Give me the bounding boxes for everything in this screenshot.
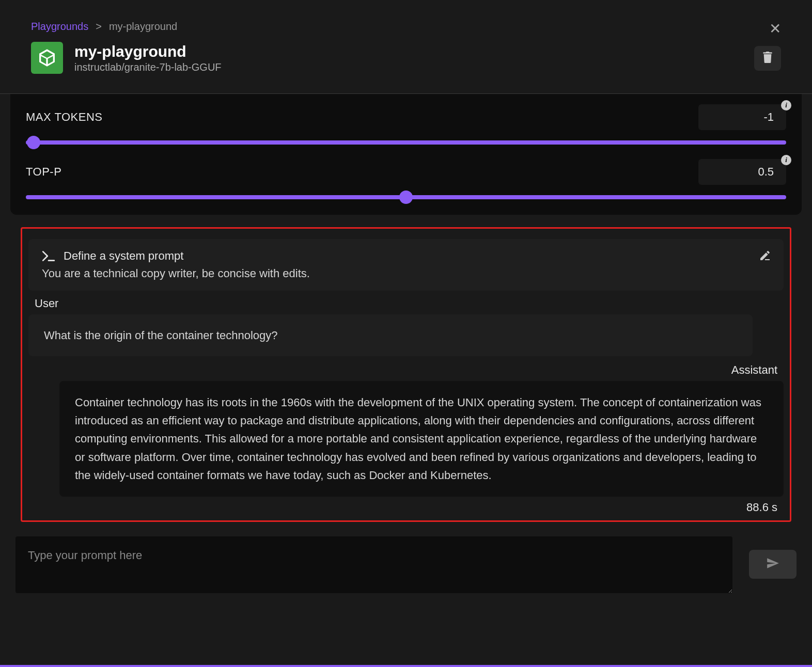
send-button[interactable] xyxy=(749,550,797,579)
max-tokens-value[interactable]: -1 xyxy=(698,104,786,130)
system-prompt-box: Define a system prompt You are a technic… xyxy=(28,239,784,291)
edit-icon[interactable] xyxy=(759,249,771,264)
assistant-message: Container technology has its roots in th… xyxy=(59,381,784,497)
system-prompt-text: You are a technical copy writer, be conc… xyxy=(42,267,770,280)
assistant-role-label: Assistant xyxy=(28,363,777,377)
conversation-panel: Define a system prompt You are a technic… xyxy=(21,227,791,522)
system-prompt-title: Define a system prompt xyxy=(64,249,183,263)
response-timing: 88.6 s xyxy=(28,501,777,514)
top-p-slider[interactable] xyxy=(26,195,786,199)
slider-thumb[interactable] xyxy=(399,190,413,204)
trash-icon xyxy=(762,52,773,65)
top-p-param: TOP-P 0.5 i xyxy=(26,159,786,199)
max-tokens-param: MAX TOKENS -1 i xyxy=(26,104,786,145)
info-icon[interactable]: i xyxy=(781,100,791,110)
send-icon xyxy=(766,557,779,572)
page-title: my-playground xyxy=(74,43,222,60)
bottom-accent-bar xyxy=(0,665,812,667)
playground-cube-icon xyxy=(31,42,63,74)
slider-thumb[interactable] xyxy=(27,136,40,149)
info-icon[interactable]: i xyxy=(781,155,791,165)
model-subtitle: instructlab/granite-7b-lab-GGUF xyxy=(74,61,222,73)
breadcrumb-root-link[interactable]: Playgrounds xyxy=(31,21,88,33)
delete-button[interactable] xyxy=(754,46,781,71)
breadcrumb: Playgrounds > my-playground xyxy=(31,21,781,33)
breadcrumb-separator: > xyxy=(96,21,102,33)
max-tokens-label: MAX TOKENS xyxy=(26,110,102,124)
close-icon[interactable]: ✕ xyxy=(769,22,781,36)
user-role-label: User xyxy=(35,297,784,310)
breadcrumb-current: my-playground xyxy=(109,21,177,33)
top-p-label: TOP-P xyxy=(26,165,61,179)
top-p-value[interactable]: 0.5 xyxy=(698,159,786,185)
prompt-input[interactable] xyxy=(15,536,732,593)
max-tokens-slider[interactable] xyxy=(26,140,786,145)
terminal-icon xyxy=(42,250,55,262)
user-message: What is the origin of the container tech… xyxy=(28,314,753,356)
